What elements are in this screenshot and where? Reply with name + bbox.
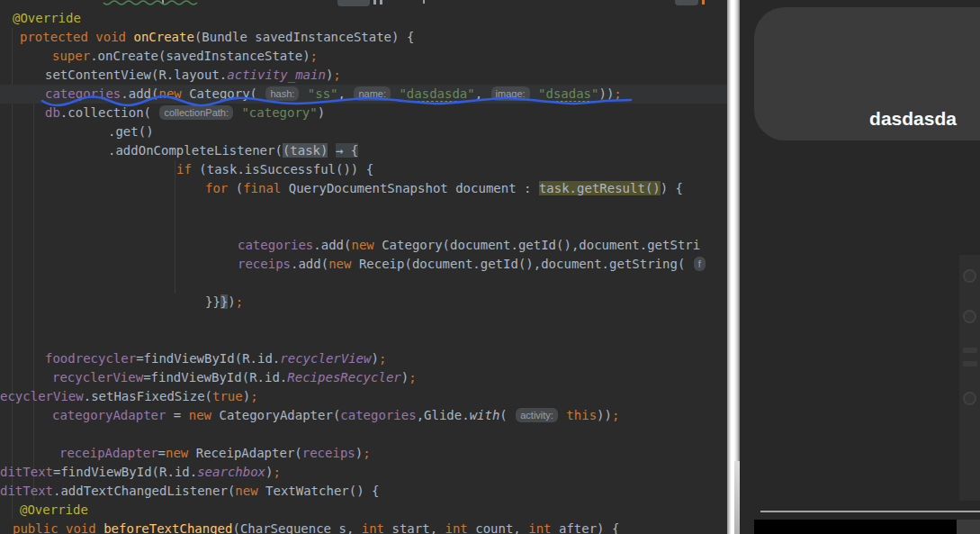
code-token: db <box>45 105 60 120</box>
code-token: true <box>212 389 243 403</box>
clipped-hint-chip <box>337 0 370 6</box>
code-token: receipAdapter <box>59 446 158 460</box>
code-token: new <box>351 238 373 252</box>
code-line[interactable]: categoryAdapter = new CategoryAdapter(ca… <box>0 406 727 425</box>
code-line[interactable]: ditText.addTextChangedListener(new TextW… <box>0 482 727 501</box>
code-token: ) <box>355 446 363 460</box>
code-line[interactable]: super.onCreate(savedInstanceState); <box>0 47 727 66</box>
side-toolbar-sliver <box>959 255 980 501</box>
code-token: categories <box>45 86 121 101</box>
code-token: .get() <box>108 124 154 139</box>
code-token: }} <box>205 294 220 309</box>
code-line[interactable]: receipAdapter=new ReceipAdapter(receips)… <box>0 444 727 463</box>
parameter-hint: collectionPath: <box>159 105 233 120</box>
code-line[interactable] <box>0 217 727 236</box>
code-token: ; <box>310 49 318 63</box>
code-line[interactable]: ecyclerView.setHasFixedSize(true); <box>0 387 727 406</box>
highlighted-token: task.getResult() <box>539 181 661 195</box>
code-token: public <box>13 521 58 534</box>
code-token: .addOnCompleteListener( <box>108 143 283 158</box>
code-token: )) <box>598 86 614 101</box>
code-token: for <box>205 181 228 195</box>
clipped-glyph <box>702 0 705 5</box>
code-token <box>58 521 66 534</box>
code-token: @Override <box>20 502 88 517</box>
code-token: "ss" <box>308 86 338 101</box>
code-line[interactable]: db.collection( collectionPath: "category… <box>0 104 727 122</box>
code-token: , <box>475 86 490 101</box>
code-line[interactable] <box>0 425 727 444</box>
code-token: =findViewById(R.id. <box>53 465 197 479</box>
code-token: ; <box>236 294 243 309</box>
code-line[interactable]: .addOnCompleteListener((task) → { <box>0 141 727 160</box>
faint-circle-icon <box>963 269 976 283</box>
preview-card-title: dasdasda <box>869 108 957 130</box>
code-token: .collection( <box>60 105 159 120</box>
code-line[interactable]: for (final QueryDocumentSnapshot documen… <box>0 179 727 198</box>
code-token: onCreate <box>133 30 193 44</box>
code-line[interactable]: ditText=findViewById(R.id.searchbox); <box>0 463 727 482</box>
code-token: .setHasFixedSize( <box>84 389 212 403</box>
ide-window: @Overrideprotected void onCreate(Bundle … <box>0 0 980 534</box>
code-token: after) { <box>552 521 620 534</box>
code-token: ; <box>409 370 416 385</box>
code-token: .add( <box>121 86 158 101</box>
code-token: foodrecycler <box>45 351 136 366</box>
code-line[interactable]: @Override <box>0 501 727 520</box>
code-line[interactable]: public void beforeTextChanged(CharSequen… <box>0 520 727 534</box>
code-token: searchbox <box>197 465 265 479</box>
code-token: ( <box>228 181 243 195</box>
code-line[interactable]: receips.add(new Receip(document.getId(),… <box>0 255 727 274</box>
parameter-hint: hash: <box>265 86 299 101</box>
code-line[interactable]: if (task.isSuccessful()) { <box>0 160 727 179</box>
code-token: (task.isSuccessful()) { <box>192 162 373 176</box>
code-line[interactable]: categories.add(new Category(document.get… <box>0 236 727 255</box>
code-token <box>531 86 538 101</box>
code-token: beforeTextChanged <box>103 521 232 534</box>
code-line[interactable]: foodrecycler=findViewById(R.id.recyclerV… <box>0 349 727 368</box>
device-preview-panel[interactable]: dasdasda <box>740 0 980 534</box>
code-token: (Bundle savedInstanceState) { <box>194 30 414 44</box>
splitter-divider[interactable] <box>727 0 740 534</box>
code-line[interactable]: recyclerView=findViewById(R.id.RecipesRe… <box>0 368 727 387</box>
parameter-hint: image: <box>491 86 530 101</box>
code-token: ditText <box>0 484 53 498</box>
code-token: ecyclerView <box>0 389 84 403</box>
code-token: receips <box>302 446 355 460</box>
code-token: ) <box>371 351 378 366</box>
code-line[interactable]: }}}); <box>0 293 727 312</box>
code-token: @Override <box>13 11 81 25</box>
code-token: RecipesRecycler <box>287 370 400 385</box>
code-token: ) <box>243 389 250 403</box>
code-token: int <box>528 521 551 534</box>
code-token: activity_main <box>227 68 326 82</box>
code-line[interactable]: setContentView(R.layout.activity_main); <box>0 66 727 85</box>
code-token: = <box>166 408 188 422</box>
code-editor[interactable]: @Overrideprotected void onCreate(Bundle … <box>0 0 727 534</box>
code-token: = <box>158 446 166 460</box>
code-line[interactable]: protected void onCreate(Bundle savedInst… <box>0 28 727 47</box>
code-token: if <box>176 162 192 176</box>
code-line[interactable]: @Override <box>0 9 727 28</box>
code-token: "dsadas" <box>538 86 598 102</box>
code-token: categories <box>340 408 416 422</box>
faint-text-row <box>963 348 977 353</box>
highlighted-token: → { <box>336 143 358 158</box>
code-token: ) <box>228 294 235 309</box>
code-token: int <box>362 521 384 534</box>
code-token: Category(document.getId(),document.getSt… <box>374 238 700 252</box>
code-token: this <box>566 408 597 422</box>
code-line[interactable] <box>0 198 727 217</box>
code-token: categories <box>238 238 313 252</box>
clipped-glyph <box>373 0 376 5</box>
code-token: "dasdasda" <box>399 86 474 102</box>
code-token: setContentView(R.layout. <box>45 68 227 82</box>
code-token: QueryDocumentSnapshot document : <box>281 181 539 195</box>
code-token: =findViewById(R.id. <box>143 370 287 385</box>
code-line[interactable] <box>0 312 727 330</box>
code-line[interactable] <box>0 274 727 293</box>
code-line[interactable] <box>0 330 727 349</box>
code-line[interactable]: .get() <box>0 122 727 141</box>
code-token: ; <box>379 351 386 366</box>
code-line[interactable]: categories.add(new Category( hash: "ss",… <box>0 85 727 104</box>
